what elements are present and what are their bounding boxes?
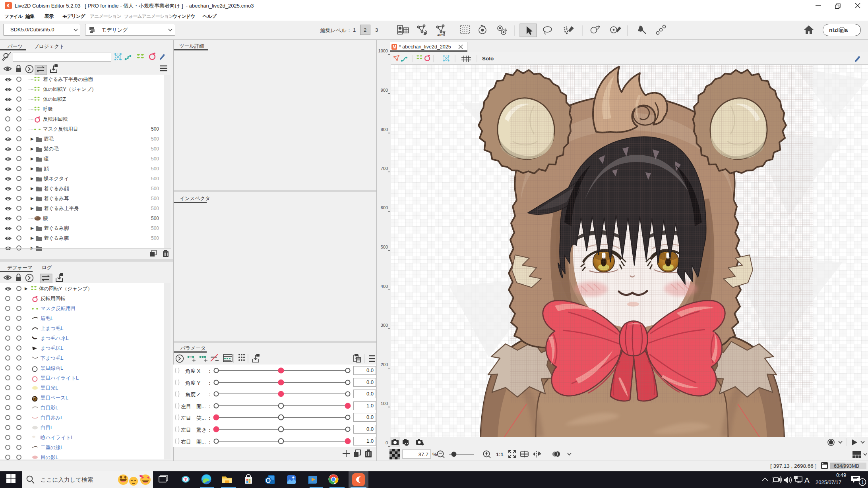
svg-text:M: M [393,44,396,49]
svg-text:A: A [804,476,810,484]
svg-text:AUTO: AUTO [437,34,445,37]
svg-text:1: 1 [861,479,864,485]
svg-text:1:1: 1:1 [496,451,504,457]
